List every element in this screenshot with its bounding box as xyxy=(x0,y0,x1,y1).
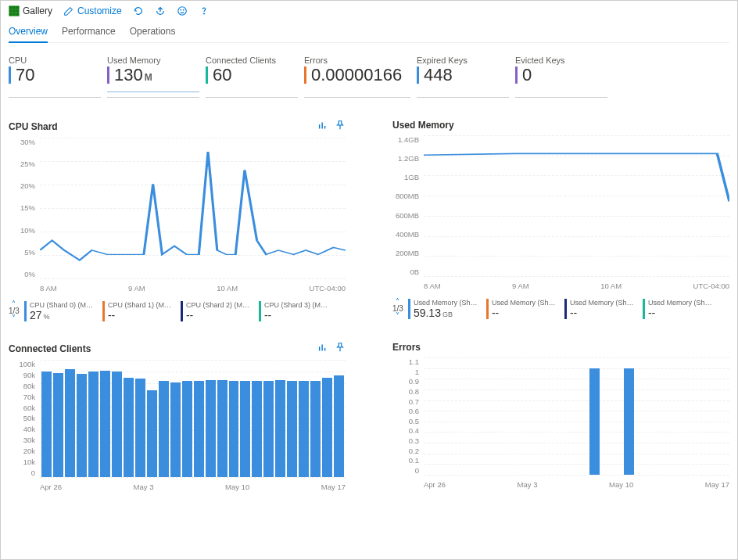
chevron-down-icon[interactable]: ˅ xyxy=(396,312,399,319)
svg-rect-7 xyxy=(13,13,16,16)
svg-rect-8 xyxy=(16,13,20,16)
sparkline xyxy=(206,87,298,98)
chevron-down-icon[interactable]: ˅ xyxy=(12,314,16,321)
legend-item[interactable]: CPU (Shard 0) (Max)27% xyxy=(24,301,95,321)
chart-title: CPU Shard xyxy=(9,121,58,132)
toolbar: Gallery Customize xyxy=(9,5,729,20)
tile-value: 0.00000166 xyxy=(311,66,402,84)
sparkline xyxy=(417,87,509,98)
legend-item[interactable]: Used Memory (Shard 3…-- xyxy=(643,299,713,319)
svg-point-11 xyxy=(183,9,184,10)
legend-item[interactable]: Used Memory (Shard 0…59.13GB xyxy=(408,299,478,319)
tile-value: 448 xyxy=(424,66,453,84)
tab-operations[interactable]: Operations xyxy=(130,23,176,42)
pin-icon[interactable] xyxy=(335,342,346,355)
summary-tile-cpu[interactable]: CPU 70 xyxy=(9,54,101,99)
tab-overview[interactable]: Overview xyxy=(9,23,48,43)
legend-memory: ˄ 1/3 ˅ Used Memory (Shard 0…59.13GBUsed… xyxy=(392,298,729,319)
svg-point-9 xyxy=(177,7,186,16)
pivot-bar: Overview Performance Operations xyxy=(9,23,729,43)
chart-title: Used Memory xyxy=(392,120,454,131)
svg-point-12 xyxy=(203,13,204,14)
feedback-icon[interactable] xyxy=(177,5,188,16)
upload-icon[interactable] xyxy=(155,5,166,16)
chart-errors: Errors 1.110.90.80.70.60.50.40.30.20.10 … xyxy=(392,342,729,493)
svg-rect-4 xyxy=(13,9,16,13)
refresh-icon[interactable] xyxy=(133,5,144,16)
chart-title: Connected Clients xyxy=(9,343,91,354)
svg-point-10 xyxy=(180,9,181,10)
legend-item[interactable]: Used Memory (Shard 2…-- xyxy=(486,299,557,319)
legend-cpu: ˄ 1/3 ˅ CPU (Shard 0) (Max)27%CPU (Shard… xyxy=(9,300,346,321)
tile-value: 70 xyxy=(16,66,34,84)
pin-icon[interactable] xyxy=(335,120,346,133)
svg-rect-3 xyxy=(9,9,13,13)
tile-value: 130 xyxy=(114,66,143,84)
summary-row: CPU 70 Used Memory 130M Connected Client… xyxy=(9,54,729,99)
svg-rect-2 xyxy=(16,6,20,9)
legend-item[interactable]: Used Memory (Shard 2…-- xyxy=(564,299,635,319)
legend-item[interactable]: CPU (Shard 1) (Max)-- xyxy=(102,301,173,321)
summary-tile-evicted-keys[interactable]: Evicted Keys 0 xyxy=(515,54,607,99)
chart-used-memory: Used Memory 1.4GB1.2GB1GB800MB600MB400MB… xyxy=(392,120,729,321)
tile-value: 0 xyxy=(522,66,532,84)
chart-connected-clients: Connected Clients 100k90k80k70k60k50k40k… xyxy=(9,342,346,493)
gallery-button[interactable]: Gallery xyxy=(9,5,52,16)
sparkline xyxy=(304,87,410,98)
help-icon[interactable] xyxy=(199,5,210,16)
chart-cpu-shard: CPU Shard 30%25%20%15%10%5%0% 8 AM9 AM10… xyxy=(9,120,346,321)
gallery-label: Gallery xyxy=(23,5,52,16)
legend-item[interactable]: CPU (Shard 3) (Max)-- xyxy=(259,301,329,321)
summary-tile-used-memory[interactable]: Used Memory 130M xyxy=(107,54,199,99)
tile-value: 60 xyxy=(213,66,231,84)
svg-rect-1 xyxy=(13,6,16,9)
svg-rect-0 xyxy=(9,6,13,9)
customize-label: Customize xyxy=(77,5,122,16)
summary-tile-expired-keys[interactable]: Expired Keys 448 xyxy=(417,54,509,99)
chart-title: Errors xyxy=(392,342,421,353)
summary-tile-connected-clients[interactable]: Connected Clients 60 xyxy=(206,54,298,99)
barpick-icon[interactable] xyxy=(317,120,328,133)
sparkline xyxy=(9,87,101,98)
legend-item[interactable]: CPU (Shard 2) (Max)-- xyxy=(181,301,251,321)
sparkline xyxy=(515,87,607,98)
sparkline xyxy=(107,87,199,98)
svg-rect-5 xyxy=(16,9,20,13)
barpick-icon[interactable] xyxy=(317,342,328,355)
svg-rect-6 xyxy=(9,13,13,16)
tab-performance[interactable]: Performance xyxy=(62,23,116,42)
customize-button[interactable]: Customize xyxy=(63,5,122,16)
summary-tile-errors[interactable]: Errors 0.00000166 xyxy=(304,54,410,99)
